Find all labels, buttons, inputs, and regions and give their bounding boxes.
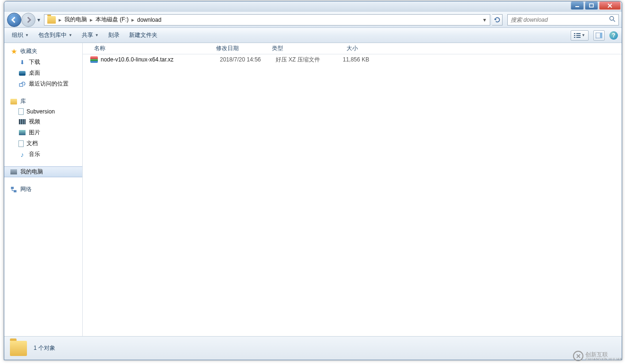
chevron-right-icon[interactable]: ▸ — [130, 17, 135, 23]
library-group: 库 Subversion 视频 图片 文档 ♪音乐 — [4, 96, 82, 160]
forward-button[interactable] — [21, 13, 35, 27]
sidebar: ★收藏夹 ⬇下载 桌面 最近访问的位置 库 Subversion 视频 图片 文… — [4, 43, 83, 336]
column-date[interactable]: 修改日期 — [212, 44, 268, 52]
help-button[interactable]: ? — [609, 31, 618, 40]
sidebar-item-label: 桌面 — [29, 69, 40, 77]
column-name[interactable]: 名称 — [90, 44, 212, 52]
sidebar-item-documents[interactable]: 文档 — [4, 138, 82, 149]
sidebar-item-label: 图片 — [29, 129, 40, 137]
svg-rect-8 — [574, 35, 575, 36]
share-menu[interactable]: 共享▼ — [78, 29, 103, 41]
sidebar-item-recent[interactable]: 最近访问的位置 — [4, 78, 82, 89]
nav-bar: ▾ ▸ 我的电脑 ▸ 本地磁盘 (F:) ▸ download ▾ — [4, 12, 622, 28]
network-group: 网络 — [4, 184, 82, 195]
svg-rect-15 — [11, 187, 14, 189]
sidebar-item-videos[interactable]: 视频 — [4, 116, 82, 127]
address-bar[interactable]: ▸ 我的电脑 ▸ 本地磁盘 (F:) ▸ download ▾ — [44, 14, 490, 26]
maximize-button[interactable] — [585, 1, 598, 10]
status-bar: 1 个对象 — [4, 336, 622, 360]
watermark: ✕ 创新互联 CHUANGXIN HULIAN — [573, 351, 622, 361]
sidebar-item-mycomputer[interactable]: 我的电脑 — [4, 166, 82, 177]
back-button[interactable] — [7, 13, 21, 27]
history-dropdown[interactable]: ▾ — [35, 15, 42, 25]
sidebar-item-label: 我的电脑 — [20, 168, 43, 176]
sidebar-item-network[interactable]: 网络 — [4, 184, 82, 195]
favorites-header[interactable]: ★收藏夹 — [4, 46, 82, 57]
chevron-right-icon[interactable]: ▸ — [58, 17, 62, 23]
svg-rect-9 — [576, 35, 581, 36]
svg-rect-13 — [600, 33, 602, 38]
new-folder-button[interactable]: 新建文件夹 — [125, 29, 161, 41]
search-box[interactable] — [507, 14, 619, 26]
svg-line-5 — [613, 20, 615, 22]
chevron-down-icon: ▼ — [69, 33, 72, 37]
sidebar-item-downloads[interactable]: ⬇下载 — [4, 57, 82, 68]
file-size: 11,856 KB — [331, 56, 369, 63]
organize-menu[interactable]: 组织▼ — [8, 29, 33, 41]
watermark-brand: 创新互联 — [585, 352, 622, 357]
address-dropdown[interactable]: ▾ — [480, 17, 489, 23]
svg-rect-14 — [19, 83, 23, 86]
breadcrumb-drive[interactable]: 本地磁盘 (F:) — [94, 15, 130, 25]
include-label: 包含到库中 — [38, 31, 67, 39]
search-icon[interactable] — [609, 16, 616, 24]
sidebar-item-label: Subversion — [26, 108, 55, 115]
sidebar-item-subversion[interactable]: Subversion — [4, 107, 82, 116]
explorer-window: ▾ ▸ 我的电脑 ▸ 本地磁盘 (F:) ▸ download ▾ 组织▼ 包含… — [4, 1, 622, 360]
file-type: 好压 XZ 压缩文件 — [276, 56, 331, 64]
new-folder-label: 新建文件夹 — [129, 31, 157, 39]
body: ★收藏夹 ⬇下载 桌面 最近访问的位置 库 Subversion 视频 图片 文… — [4, 43, 622, 336]
chevron-right-icon[interactable]: ▸ — [89, 17, 94, 23]
sidebar-item-pictures[interactable]: 图片 — [4, 127, 82, 138]
sidebar-item-label: 文档 — [26, 139, 38, 147]
picture-icon — [18, 129, 26, 137]
network-icon — [10, 186, 17, 193]
svg-point-4 — [610, 17, 614, 20]
include-menu[interactable]: 包含到库中▼ — [35, 29, 76, 41]
share-label: 共享 — [82, 31, 93, 39]
sidebar-item-label: 视频 — [29, 118, 40, 126]
breadcrumb-folder[interactable]: download — [135, 15, 163, 25]
refresh-button[interactable] — [492, 14, 503, 26]
computer-icon — [10, 168, 17, 176]
burn-button[interactable]: 刻录 — [104, 29, 123, 41]
library-header[interactable]: 库 — [4, 96, 82, 107]
search-input[interactable] — [511, 17, 609, 23]
sidebar-item-desktop[interactable]: 桌面 — [4, 68, 82, 78]
subversion-icon — [18, 108, 24, 115]
file-name: node-v10.6.0-linux-x64.tar.xz — [101, 56, 220, 63]
nav-arrows: ▾ — [7, 13, 42, 27]
minimize-button[interactable] — [571, 1, 584, 10]
sidebar-item-label: 网络 — [20, 185, 32, 193]
folder-icon — [47, 16, 56, 24]
archive-icon — [90, 56, 98, 63]
file-date: 2018/7/20 14:56 — [220, 56, 276, 63]
file-list-pane: 名称 修改日期 类型 大小 node-v10.6.0-linux-x64.tar… — [83, 43, 622, 336]
svg-rect-10 — [574, 37, 575, 38]
close-button[interactable] — [599, 1, 621, 10]
star-icon: ★ — [10, 48, 17, 55]
column-type[interactable]: 类型 — [268, 44, 324, 52]
toolbar-right: ▼ ? — [571, 30, 618, 41]
music-icon: ♪ — [18, 151, 26, 158]
toolbar: 组织▼ 包含到库中▼ 共享▼ 刻录 新建文件夹 ▼ ? — [4, 28, 622, 43]
library-icon — [10, 98, 17, 105]
chevron-down-icon: ▼ — [95, 33, 99, 37]
svg-rect-1 — [590, 4, 593, 7]
watermark-logo: ✕ — [573, 351, 583, 361]
breadcrumb-root[interactable]: 我的电脑 — [62, 15, 89, 25]
desktop-icon — [18, 69, 26, 77]
library-label: 库 — [20, 97, 26, 105]
sidebar-item-label: 最近访问的位置 — [29, 80, 69, 88]
file-row[interactable]: node-v10.6.0-linux-x64.tar.xz 2018/7/20 … — [83, 54, 622, 65]
file-rows[interactable]: node-v10.6.0-linux-x64.tar.xz 2018/7/20 … — [83, 54, 622, 336]
column-headers: 名称 修改日期 类型 大小 — [83, 43, 622, 54]
sidebar-item-music[interactable]: ♪音乐 — [4, 149, 82, 160]
computer-group: 我的电脑 — [4, 166, 82, 177]
chevron-down-icon: ▼ — [25, 33, 29, 37]
column-size[interactable]: 大小 — [324, 44, 362, 52]
download-icon: ⬇ — [18, 59, 26, 66]
view-mode-button[interactable]: ▼ — [571, 30, 589, 41]
document-icon — [18, 140, 24, 147]
preview-pane-button[interactable] — [593, 30, 605, 41]
